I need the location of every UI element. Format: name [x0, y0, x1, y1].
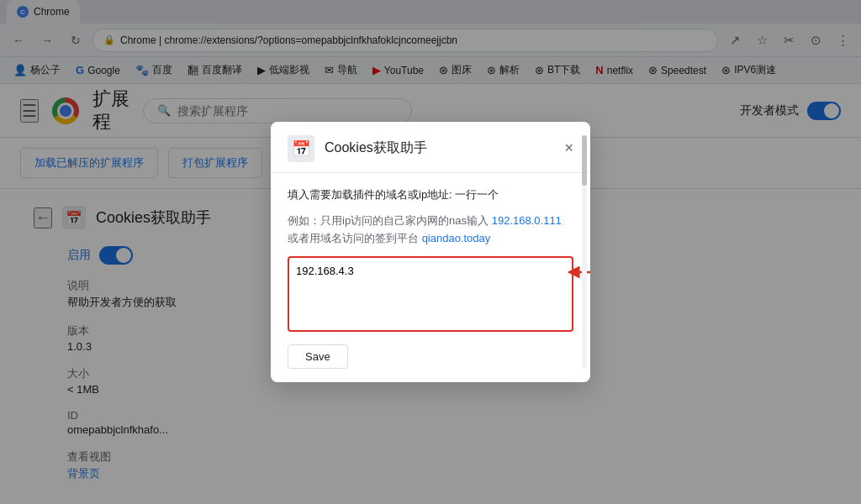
dialog-title: Cookies获取助手: [325, 139, 554, 157]
save-button[interactable]: Save: [288, 344, 348, 369]
modal-overlay: 📅 Cookies获取助手 × 填入需要加载插件的域名或ip地址: 一行一个 例…: [0, 0, 861, 504]
dialog-icon: 📅: [288, 135, 314, 162]
example-prefix: 例如：只用ip访问的自己家内网的nas输入: [288, 214, 492, 227]
dialog: 📅 Cookies获取助手 × 填入需要加载插件的域名或ip地址: 一行一个 例…: [271, 122, 590, 382]
domain-textarea[interactable]: 192.168.4.3: [288, 256, 573, 332]
dialog-description: 填入需要加载插件的域名或ip地址: 一行一个: [288, 186, 573, 203]
arrow-annotation: [569, 260, 590, 285]
dialog-body: 填入需要加载插件的域名或ip地址: 一行一个 例如：只用ip访问的自己家内网的n…: [271, 173, 590, 382]
example-domain-prefix: 或者用域名访问的签到平台: [288, 232, 422, 244]
example-domain: qiandao.today: [422, 232, 491, 244]
dialog-close-button[interactable]: ×: [564, 139, 573, 157]
dialog-example: 例如：只用ip访问的自己家内网的nas输入 192.168.0.111 或者用域…: [288, 213, 573, 248]
dialog-input-wrapper: 192.168.4.3: [288, 256, 573, 334]
dialog-header: 📅 Cookies获取助手 ×: [271, 122, 590, 173]
example-ip: 192.168.0.111: [492, 214, 562, 227]
scrollbar-thumb[interactable]: [582, 135, 587, 186]
scrollbar-track: [582, 135, 587, 369]
